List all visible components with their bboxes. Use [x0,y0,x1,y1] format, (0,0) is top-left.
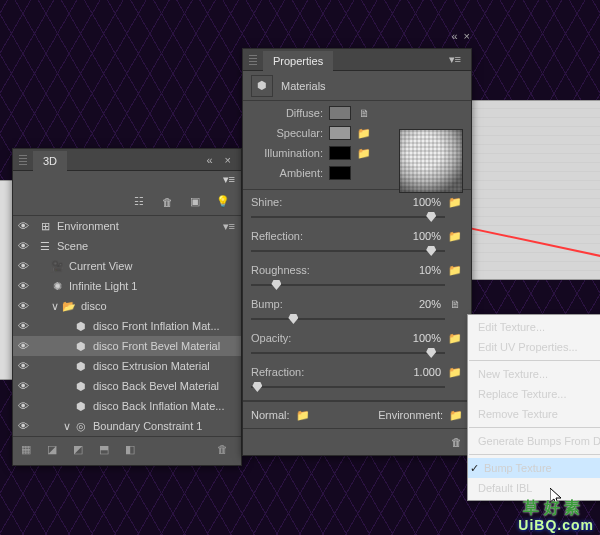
filter-icon[interactable]: ☷ [131,194,147,210]
eye-icon[interactable]: 👁 [13,280,33,292]
twisty-open-icon[interactable]: ∨ [61,420,73,433]
menu-generate-bumps[interactable]: Generate Bumps From D [468,431,600,451]
slider-thumb[interactable] [252,382,262,392]
tree-mat-front-inflation[interactable]: 👁 ⬢ disco Front Inflation Mat... [13,316,241,336]
render-icon[interactable]: ▣ [187,194,203,210]
eye-icon[interactable]: 👁 [13,360,33,372]
eye-icon[interactable]: 👁 [13,240,33,252]
chevron-left-icon[interactable]: « [451,30,457,42]
value[interactable]: 1.000 [399,366,441,378]
value[interactable]: 10% [399,264,441,276]
slider-opacity[interactable]: Opacity:100%📁 [243,326,471,360]
diffuse-swatch[interactable] [329,106,351,120]
menu-bump-texture[interactable]: ✓Bump Texture [468,458,600,478]
menu-remove-texture[interactable]: Remove Texture [468,404,600,424]
slider-bump[interactable]: Bump:20%🗎 [243,292,471,326]
texture-icon[interactable]: 🗎 [357,106,371,120]
slider-reflection[interactable]: Reflection:100%📁 [243,224,471,258]
eye-icon[interactable]: 👁 [13,220,33,232]
folder-icon[interactable]: 📁 [447,364,463,380]
value[interactable]: 100% [399,230,441,242]
slider-thumb[interactable] [426,212,436,222]
slider-thumb[interactable] [288,314,298,324]
tree-mat-extrusion[interactable]: 👁 ⬢ disco Extrusion Material [13,356,241,376]
footer-icon[interactable]: ◪ [47,443,63,459]
footer-icon[interactable]: ⬒ [99,443,115,459]
slider-thumb[interactable] [426,246,436,256]
panel-3d: 3D « × ▾≡ ☷ 🗑 ▣ 💡 👁 ⊞ Environment ▾≡ 👁 ☰… [12,148,242,466]
mesh-icon: 📂 [61,300,77,313]
slider-shine[interactable]: Shine:100%📁 [243,190,471,224]
menu-replace-texture[interactable]: Replace Texture... [468,384,600,404]
tree-mat-back-bevel[interactable]: 👁 ⬢ disco Back Bevel Material [13,376,241,396]
eye-icon[interactable]: 👁 [13,400,33,412]
tree-boundary[interactable]: 👁 ∨ ◎ Boundary Constraint 1 [13,416,241,436]
tree-mat-back-inflation[interactable]: 👁 ⬢ disco Back Inflation Mate... [13,396,241,416]
eye-icon[interactable]: 👁 [13,380,33,392]
eye-icon[interactable]: 👁 [13,420,33,432]
specular-swatch[interactable] [329,126,351,140]
material-icon: ⬢ [73,320,89,333]
flyout-icon[interactable]: ▾≡ [445,53,465,66]
tree-mat-front-bevel[interactable]: 👁 ⬢ disco Front Bevel Material [13,336,241,356]
slider-thumb[interactable] [426,348,436,358]
panel-3d-menu[interactable]: ▾≡ [13,171,241,188]
folder-icon[interactable]: 📁 [357,126,371,140]
render-settings-icon[interactable]: ▦ [21,443,37,459]
tree-infinite-light[interactable]: 👁 ✺ Infinite Light 1 [13,276,241,296]
tree-environment[interactable]: 👁 ⊞ Environment ▾≡ [13,216,241,236]
tree-current-view[interactable]: 👁 🎥 Current View [13,256,241,276]
texture-icon[interactable]: 🗎 [447,296,463,312]
menu-new-texture[interactable]: New Texture... [468,364,600,384]
folder-icon[interactable]: 📁 [447,330,463,346]
slider-refraction[interactable]: Refraction:1.000📁 [243,360,471,401]
row-diffuse: Diffuse: 🗎 [243,103,471,123]
scene-icon: ☰ [37,240,53,253]
tree-disco[interactable]: 👁 ∨ 📂 disco [13,296,241,316]
menu-edit-uv[interactable]: Edit UV Properties... [468,337,600,357]
grip-icon[interactable] [249,55,257,65]
tree-label: disco Extrusion Material [93,360,235,372]
ambient-swatch[interactable] [329,166,351,180]
tab-properties[interactable]: Properties [263,51,333,71]
properties-footer: 🗑 [243,428,471,455]
folder-icon[interactable]: 📁 [447,262,463,278]
folder-icon[interactable]: 📁 [449,408,463,422]
illumination-swatch[interactable] [329,146,351,160]
eye-icon[interactable]: 👁 [13,300,33,312]
value[interactable]: 20% [399,298,441,310]
label-ambient: Ambient: [251,167,323,179]
material-preview[interactable] [399,129,463,193]
folder-icon[interactable]: 📁 [447,194,463,210]
eye-icon[interactable]: 👁 [13,340,33,352]
eye-icon[interactable]: 👁 [13,320,33,332]
toolbar-3d: ☷ 🗑 ▣ 💡 [13,188,241,216]
flyout-icon[interactable]: ▾≡ [223,220,235,233]
menu-default-ibl[interactable]: Default IBL [468,478,600,498]
trash-icon[interactable]: 🗑 [449,435,463,449]
trash-icon[interactable]: 🗑 [159,194,175,210]
light-icon[interactable]: 💡 [215,194,231,210]
tab-3d[interactable]: 3D [33,151,67,171]
label: Reflection: [251,230,399,242]
chevron-left-icon[interactable]: « [202,154,216,166]
folder-icon[interactable]: 📁 [296,408,310,422]
slider-roughness[interactable]: Roughness:10%📁 [243,258,471,292]
footer-icon[interactable]: ◧ [125,443,141,459]
menu-edit-texture[interactable]: Edit Texture... [468,317,600,337]
close-icon[interactable]: × [221,154,235,166]
close-icon[interactable]: × [464,30,470,42]
top-panel-options[interactable]: « × [451,30,470,42]
value[interactable]: 100% [399,332,441,344]
folder-icon[interactable]: 📁 [357,146,371,160]
grip-icon[interactable] [19,155,27,165]
slider-thumb[interactable] [271,280,281,290]
folder-icon[interactable]: 📁 [447,228,463,244]
eye-icon[interactable]: 👁 [13,260,33,272]
value[interactable]: 100% [399,196,441,208]
twisty-open-icon[interactable]: ∨ [49,300,61,313]
footer-icon[interactable]: ◩ [73,443,89,459]
tree-scene[interactable]: 👁 ☰ Scene [13,236,241,256]
trash-icon[interactable]: 🗑 [217,443,233,459]
label-illumination: Illumination: [251,147,323,159]
